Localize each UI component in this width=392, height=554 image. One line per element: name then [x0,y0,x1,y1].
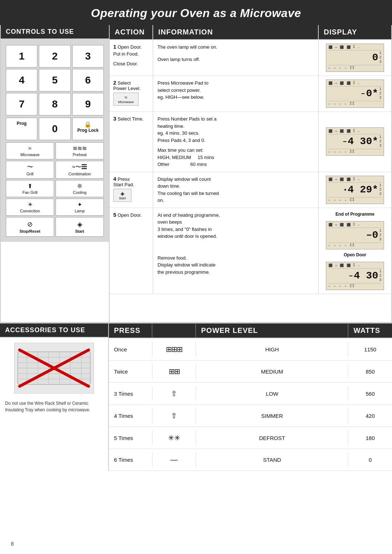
step-1-action: 1 Open Door. Put in Food. Close Door. [110,40,153,76]
func-grid: ≈ Microwave ≋≋≋ Preheat 〜 Grill ≈〜☰ Comb… [6,142,104,216]
start-button[interactable]: ◈ Start [56,217,104,237]
numpad-1[interactable]: 1 [6,45,37,68]
step-row-1: 1 Open Door. Put in Food. Close Door. Th… [110,40,391,76]
lcd-step4: ⬛ ▭ ⬛ ⬛ ⁑ ☆ ✦ 4 29* 123 ⇦ ⇦ ⇦ ⇦ ⁑⁑ [326,176,384,204]
microwave-pad: ≈ Microwave [113,93,139,106]
aid-header: ACTION INFORMATION DISPLAY [110,25,391,40]
power-row-3times: 3 Times ⇧ LOW 560 [109,383,392,405]
special-row: Prog 0 🔒 Prog Lock [6,118,104,140]
controls-heading: CONTROLS TO USE [1,25,109,39]
level-defrost: DEFROST [196,431,348,445]
numpad-5[interactable]: 5 [39,69,70,91]
step-3-display: ⬛ ▭ ⬛ ⬛ ⁑ ☆ – 4 30* 123 ⇦ ⇦ ⇦ ⇦ ⁑⁑ [319,112,391,172]
combination-button[interactable]: ≈〜☰ Combination [56,161,104,179]
press-3times: 3 Times [109,386,152,401]
watts-simmer: 420 [348,408,392,423]
step-4-display: ⬛ ▭ ⬛ ⬛ ⁑ ☆ ✦ 4 29* 123 ⇦ ⇦ ⇦ ⇦ ⁑⁑ [319,172,391,208]
press-6times: 6 Times [109,453,152,467]
accessories-note: Do not use the Wire Rack Shelf or Cerami… [0,399,108,418]
right-panel: ACTION INFORMATION DISPLAY 1 Open Door. … [110,25,391,322]
information-heading: INFORMATION [153,25,319,39]
press-4times: 4 Times [109,408,152,423]
step-2-action: 2 Select Power Level. ≈ Microwave [110,76,153,111]
step-2-display: ⬛ ▭ ⬛ ⬛ ⁑ ☆ – 0* 123 ⇦ ⇦ ⇦ ⇦ ⁑⁑ [319,76,391,111]
step-row-3: 3 Select Time. Press Number Pads to set … [110,112,391,172]
rack-svg [16,345,92,392]
watts-defrost: 180 [348,431,392,445]
start-pad: ◈ Start [113,189,131,202]
power-row-6times: 6 Times — STAND 0 [109,449,392,471]
controls-panel: 1 2 3 4 5 6 7 8 9 Prog 0 [1,39,109,242]
lcd-step5b: ⬛ ▭ ⬛ ⬛ ⁑ ☆ – 4 30 123 ⇦ ⇦ ⇦ ⇦ ⁑⁑ [326,262,384,290]
main-layout: CONTROLS TO USE 1 2 3 4 5 6 7 8 9 [0,25,392,323]
numpad-8[interactable]: 8 [39,93,70,115]
watts-heading: WATTS [348,323,392,338]
step-4-action: 4 Press Start Pad. ◈ Start [110,172,153,208]
level-high: HIGH [196,342,348,357]
power-table-panel: PRESS POWER LEVEL WATTS Once ⊞⊞⊞ HIGH 11… [109,323,392,471]
power-row-4times: 4 Times ⇧ SIMMER 420 [109,405,392,427]
prog-lock-button[interactable]: 🔒 Prog Lock [72,118,104,140]
step-3-action: 3 Select Time. [110,112,153,172]
lcd-step3: ⬛ ▭ ⬛ ⬛ ⁑ ☆ – 4 30* 123 ⇦ ⇦ ⇦ ⇦ ⁑⁑ [326,127,384,156]
convection-button[interactable]: ☀ Convection [6,199,54,216]
power-header-row: PRESS POWER LEVEL WATTS [109,323,392,338]
numpad-4[interactable]: 4 [6,69,37,91]
numpad-6[interactable]: 6 [72,69,104,91]
numpad-2[interactable]: 2 [39,45,70,68]
power-row-twice: Twice ⊞⊞ MEDIUM 850 [109,360,392,383]
microwave-button[interactable]: ≈ Microwave [6,142,54,159]
power-level-heading: POWER LEVEL [196,323,348,338]
press-twice: Twice [109,364,152,379]
stop-reset-button[interactable]: ⊘ Stop/Reset [6,217,54,237]
accessories-image-area [0,338,108,399]
display-heading: DISPLAY [319,25,391,39]
step-1-display: ⬛ ▭ ⬛ ⬛ ⁑ ☆ 0 123 ⇦ ⇦ ⇦ ⇦ ⁑⁑ [319,40,391,76]
icon-3times: ⇧ [152,386,196,401]
press-5times: 5 Times [109,431,152,445]
watts-high: 1150 [348,342,392,357]
lamp-button[interactable]: ✦ Lamp [56,199,104,216]
level-low: LOW [196,386,348,401]
numpad-0[interactable]: 0 [39,118,70,140]
step-row-2: 2 Select Power Level. ≈ Microwave Press … [110,76,391,112]
left-panel: CONTROLS TO USE 1 2 3 4 5 6 7 8 9 [1,25,110,322]
lcd-step1: ⬛ ▭ ⬛ ⬛ ⁑ ☆ 0 123 ⇦ ⇦ ⇦ ⇦ ⁑⁑ [326,44,384,72]
step-row-4: 4 Press Start Pad. ◈ Start Display windo… [110,172,391,208]
step-5-display: End of Programme ⬛ ▭ ⬛ ⬛ ⁑ ☆ –0 123 ⇦ ⇦ … [319,208,391,294]
grill-button[interactable]: 〜 Grill [6,161,54,179]
step-1-info: The oven lamp will come on. Oven lamp tu… [153,40,319,76]
step-5-action: 5 Open Door. [110,208,153,294]
icon-once: ⊞⊞⊞ [152,342,196,357]
press-once: Once [109,342,152,357]
page-header: Operating your Oven as a Microwave [0,0,392,25]
press-heading: PRESS [109,323,152,338]
numpad-7[interactable]: 7 [6,93,37,115]
press-icon-heading [152,323,196,338]
preheat-button[interactable]: ≋≋≋ Preheat [56,142,104,159]
action-heading: ACTION [110,25,153,39]
step-4-info: Display window will count down time. The… [153,172,319,208]
end-of-programme-label: End of Programme [335,212,374,217]
icon-4times: ⇧ [152,408,196,423]
steps-container: 1 Open Door. Put in Food. Close Door. Th… [110,40,391,322]
page-title: Operating your Oven as a Microwave [0,7,392,20]
watts-low: 560 [348,386,392,401]
bottom-row: ⊘ Stop/Reset ◈ Start [6,217,104,237]
watts-medium: 850 [348,364,392,379]
prog-button[interactable]: Prog [6,118,37,140]
accessories-panel: ACCESSORIES TO USE [0,323,109,471]
lower-section: ACCESSORIES TO USE [0,323,392,471]
open-door-label: Open Door [344,252,366,257]
power-row-5times: 5 Times ✳✳ DEFROST 180 [109,427,392,449]
step-row-5: 5 Open Door. At end of heating programme… [110,208,391,294]
step-2-info: Press Microwave Pad to select correct po… [153,76,319,111]
numpad-3[interactable]: 3 [72,45,104,68]
level-medium: MEDIUM [196,364,348,379]
numpad-9[interactable]: 9 [72,93,104,115]
fan-grill-button[interactable]: ⬆ Fan Grill [6,180,54,197]
cooling-button[interactable]: ❊ Cooling [56,180,104,197]
level-simmer: SIMMER [196,408,348,423]
icon-6times: — [152,453,196,467]
step-5-info: At end of heating programme, oven beeps … [153,208,319,294]
